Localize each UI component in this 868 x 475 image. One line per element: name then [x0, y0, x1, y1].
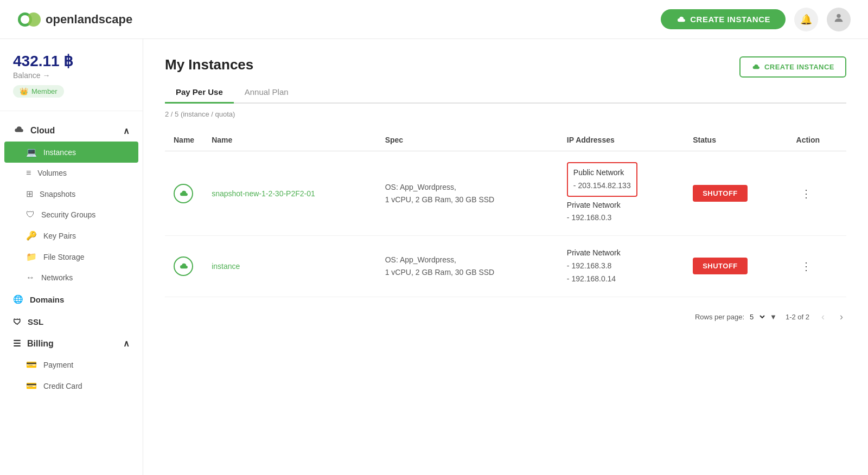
row2-action-cell: ⋮ — [788, 236, 846, 297]
tabs: Pay Per Use Annual Plan — [165, 82, 846, 104]
rows-per-page: Rows per page: 5 10 25 ▼ — [695, 312, 777, 322]
volumes-icon: ≡ — [26, 168, 31, 178]
user-icon — [833, 12, 845, 27]
create-instance-header-button[interactable]: CREATE INSTANCE — [661, 9, 786, 29]
domains-icon: 🌐 — [13, 294, 23, 304]
row2-spec-cell: OS: App_Wordpress, 1 vCPU, 2 GB Ram, 30 … — [376, 236, 558, 297]
svg-point-3 — [837, 14, 840, 17]
user-avatar-button[interactable] — [827, 8, 851, 31]
key-pairs-icon: 🔑 — [26, 230, 37, 241]
quota-text: 2 / 5 (instance / quota) — [165, 110, 846, 118]
snapshots-icon: ⊞ — [26, 189, 33, 199]
balance-section: 432.11 ฿ Balance → 👑 Member — [0, 52, 143, 111]
rows-per-page-select[interactable]: 5 10 25 — [748, 312, 767, 322]
arrow-right-icon: → — [43, 71, 50, 80]
main-content: My Instances CREATE INSTANCE Pay Per Use… — [143, 39, 868, 475]
instance-name-link[interactable]: snapshot-new-1-2-30-P2F2-01 — [212, 189, 315, 198]
sidebar-item-networks[interactable]: ↔ Networks — [0, 267, 143, 288]
instance-name-link-2[interactable]: instance — [212, 262, 240, 271]
ssl-icon: 🛡 — [13, 317, 21, 326]
tab-annual-plan[interactable]: Annual Plan — [234, 82, 299, 104]
public-network-highlight: Public Network - 203.154.82.133 — [567, 162, 637, 197]
sidebar-item-payment[interactable]: 💳 Payment — [0, 354, 143, 375]
crown-icon: 👑 — [20, 87, 28, 95]
instance-cloud-icon — [174, 184, 193, 203]
col-spec: Spec — [376, 129, 558, 151]
cloud-section: Cloud ∧ 💻 Instances ≡ Volumes ⊞ Snapshot… — [0, 111, 143, 288]
cloud-category-icon — [13, 125, 24, 136]
cloud-icon — [676, 16, 686, 23]
credit-card-icon: 💳 — [26, 381, 37, 391]
col-action: Action — [788, 129, 846, 151]
logo-icon — [17, 12, 41, 27]
sidebar-item-domains[interactable]: 🌐 Domains — [0, 288, 143, 311]
row1-spec-cell: OS: App_Wordpress, 1 vCPU, 2 GB Ram, 30 … — [376, 151, 558, 236]
sidebar-item-credit-card[interactable]: 💳 Credit Card — [0, 375, 143, 396]
chevron-up-icon-billing: ∧ — [123, 338, 130, 349]
payment-icon: 💳 — [26, 360, 37, 370]
instance-cloud-icon-2 — [174, 256, 193, 276]
header-right: CREATE INSTANCE 🔔 — [661, 8, 851, 31]
table-body: snapshot-new-1-2-30-P2F2-01 OS: App_Word… — [165, 151, 846, 297]
security-groups-icon: 🛡 — [26, 210, 35, 220]
page-header: My Instances CREATE INSTANCE — [165, 56, 846, 78]
row2-status-cell: SHUTOFF — [684, 236, 787, 297]
billing-category[interactable]: ☰ Billing ∧ — [0, 333, 143, 354]
notification-button[interactable]: 🔔 — [794, 8, 818, 31]
balance-amount: 432.11 ฿ — [13, 52, 130, 70]
col-name: Name — [165, 129, 203, 151]
create-instance-page-button[interactable]: CREATE INSTANCE — [739, 56, 846, 78]
cloud-icon-page — [751, 63, 760, 70]
svg-point-2 — [21, 15, 29, 24]
sidebar-item-instances[interactable]: 💻 Instances — [4, 142, 138, 163]
row2-icon-cell — [165, 236, 203, 297]
sidebar-item-ssl[interactable]: 🛡 SSL — [0, 311, 143, 333]
table-row: instance OS: App_Wordpress, 1 vCPU, 2 GB… — [165, 236, 846, 297]
shutoff-button-row2[interactable]: SHUTOFF — [693, 258, 748, 274]
logo-text: openlandscape — [46, 12, 132, 27]
sidebar-item-key-pairs[interactable]: 🔑 Key Pairs — [0, 225, 143, 246]
instances-icon: 💻 — [26, 147, 37, 157]
action-menu-button-row1[interactable]: ⋮ — [796, 185, 817, 202]
avatar-icon — [833, 12, 845, 24]
table-row: snapshot-new-1-2-30-P2F2-01 OS: App_Word… — [165, 151, 846, 236]
row1-ip-cell: Public Network - 203.154.82.133 Private … — [558, 151, 684, 236]
top-header: openlandscape CREATE INSTANCE 🔔 — [0, 0, 868, 39]
row2-ip-cell: Private Network - 192.168.3.8 - 192.168.… — [558, 236, 684, 297]
balance-label[interactable]: Balance → — [13, 71, 130, 80]
page-title: My Instances — [165, 56, 253, 73]
sidebar: 432.11 ฿ Balance → 👑 Member Cloud — [0, 39, 143, 475]
col-name-label: Name — [203, 129, 376, 151]
row1-status-cell: SHUTOFF — [684, 151, 787, 236]
sidebar-item-volumes[interactable]: ≡ Volumes — [0, 163, 143, 183]
logo: openlandscape — [17, 12, 132, 27]
row1-icon-cell — [165, 151, 203, 236]
dropdown-icon: ▼ — [770, 313, 777, 321]
billing-icon: ☰ — [13, 338, 21, 349]
row1-name-cell: snapshot-new-1-2-30-P2F2-01 — [203, 151, 376, 236]
pagination-bar: Rows per page: 5 10 25 ▼ 1-2 of 2 ‹ › — [165, 310, 846, 324]
col-ip: IP Addresses — [558, 129, 684, 151]
prev-page-button[interactable]: ‹ — [818, 310, 828, 324]
table-header: Name Name Spec IP Addresses Status Actio… — [165, 129, 846, 151]
sidebar-item-security-groups[interactable]: 🛡 Security Groups — [0, 204, 143, 225]
tab-pay-per-use[interactable]: Pay Per Use — [165, 82, 234, 104]
sidebar-item-file-storage[interactable]: 📁 File Storage — [0, 246, 143, 267]
chevron-up-icon: ∧ — [123, 126, 130, 136]
col-status: Status — [684, 129, 787, 151]
file-storage-icon: 📁 — [26, 252, 37, 262]
cloud-category[interactable]: Cloud ∧ — [0, 120, 143, 142]
instances-table: Name Name Spec IP Addresses Status Actio… — [165, 129, 846, 297]
member-badge: 👑 Member — [13, 85, 64, 98]
next-page-button[interactable]: › — [837, 310, 846, 324]
networks-icon: ↔ — [26, 273, 35, 283]
row2-name-cell: instance — [203, 236, 376, 297]
layout: 432.11 ฿ Balance → 👑 Member Cloud — [0, 39, 868, 475]
shutoff-button-row1[interactable]: SHUTOFF — [693, 185, 748, 202]
sidebar-item-snapshots[interactable]: ⊞ Snapshots — [0, 183, 143, 204]
bell-icon: 🔔 — [800, 14, 812, 25]
row1-action-cell: ⋮ — [788, 151, 846, 236]
page-info: 1-2 of 2 — [786, 313, 809, 321]
action-menu-button-row2[interactable]: ⋮ — [796, 258, 817, 274]
